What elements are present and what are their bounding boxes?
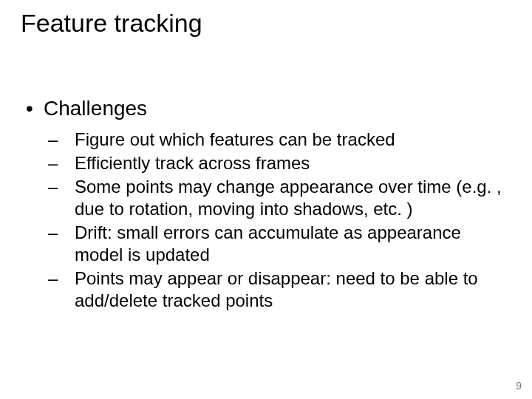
dash-icon: – — [61, 129, 75, 151]
bullet-level2-text: Efficiently track across frames — [75, 153, 310, 173]
bullet-level2-group: –Figure out which features can be tracke… — [61, 129, 502, 312]
slide-title: Feature tracking — [21, 9, 202, 38]
bullet-level2-text: Points may appear or disappear: need to … — [75, 268, 478, 310]
bullet-level1-label: Challenges — [44, 97, 147, 120]
slide-body: •Challenges –Figure out which features c… — [26, 96, 502, 313]
bullet-dot-icon: • — [26, 96, 44, 121]
dash-icon: – — [61, 176, 75, 198]
bullet-level2-item: –Figure out which features can be tracke… — [61, 129, 502, 151]
slide: Feature tracking •Challenges –Figure out… — [0, 0, 532, 399]
bullet-level1: •Challenges — [26, 96, 502, 121]
bullet-level2-text: Drift: small errors can accumulate as ap… — [75, 222, 461, 265]
bullet-level2-item: –Drift: small errors can accumulate as a… — [61, 222, 502, 266]
bullet-level2-item: –Efficiently track across frames — [61, 152, 502, 174]
dash-icon: – — [61, 152, 75, 174]
dash-icon: – — [61, 222, 75, 244]
bullet-level2-text: Some points may change appearance over t… — [75, 177, 502, 219]
bullet-level2-item: –Some points may change appearance over … — [61, 176, 502, 220]
bullet-level2-text: Figure out which features can be tracked — [75, 129, 395, 149]
dash-icon: – — [61, 267, 75, 290]
page-number: 9 — [516, 380, 522, 392]
bullet-level2-item: –Points may appear or disappear: need to… — [61, 267, 502, 312]
